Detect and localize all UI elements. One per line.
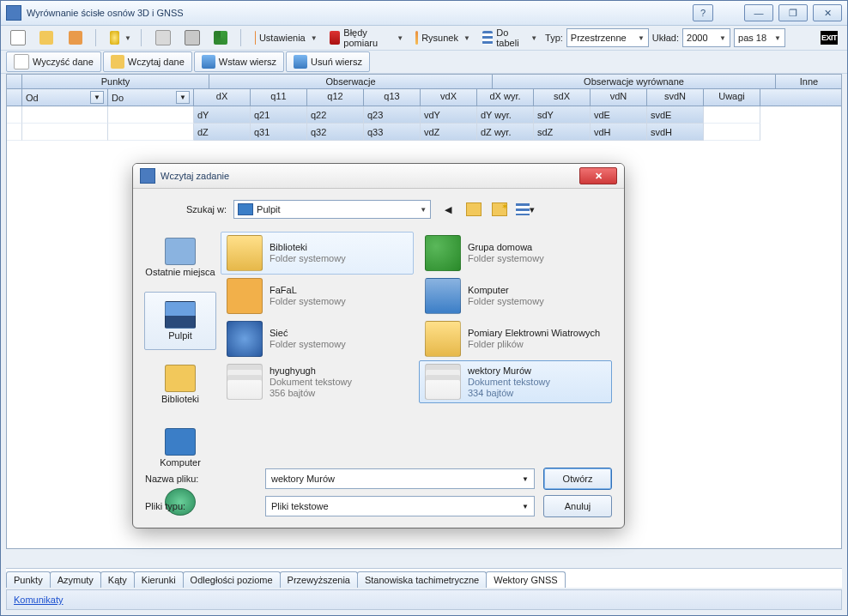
system-label: Układ: <box>652 33 679 43</box>
tab-3[interactable]: Kierunki <box>134 571 184 588</box>
cell <box>704 124 760 141</box>
save-icon[interactable] <box>64 28 90 47</box>
group-points: Punkty <box>22 75 209 88</box>
cell: dZ wyr. <box>477 124 534 141</box>
lightbulb-icon[interactable]: ▼ <box>106 28 136 47</box>
load-data-button[interactable]: Wczytaj dane <box>103 51 192 72</box>
open-icon[interactable] <box>35 28 61 47</box>
back-icon[interactable]: ◀ <box>438 199 458 220</box>
dialog-title-bar: Wczytaj zadanie ✕ <box>133 164 624 189</box>
settings-button[interactable]: Ustawienia▼ <box>251 28 322 47</box>
dialog-close-button[interactable]: ✕ <box>579 167 617 184</box>
cell[interactable] <box>108 124 194 141</box>
file-item[interactable]: KomputerFolder systemowy <box>419 275 612 317</box>
group-obs-adj: Obserwacje wyrównane <box>493 75 776 88</box>
filename-label: Nazwa pliku: <box>145 474 257 484</box>
place-0[interactable]: Ostatnie miejsca <box>144 228 216 287</box>
cell <box>704 106 760 124</box>
tab-2[interactable]: Kąty <box>100 571 135 588</box>
messages-link[interactable]: Komunikaty <box>14 595 63 605</box>
cell: svdH <box>647 124 704 141</box>
print-icon[interactable] <box>180 28 206 47</box>
type-select[interactable]: Przestrzenne▼ <box>566 28 649 47</box>
open-button[interactable]: Otwórz <box>543 468 612 490</box>
errors-button[interactable]: Błędy pomiaru▼ <box>325 28 409 47</box>
cell: sdY <box>534 106 591 124</box>
cancel-button[interactable]: Anuluj <box>543 495 612 517</box>
minimize-button[interactable]: — <box>744 4 773 21</box>
open-file-dialog: Wczytaj zadanie ✕ Szukaj w: Pulpit▼ ◀ ✶ … <box>132 163 625 528</box>
cell: vdH <box>591 124 647 141</box>
cell: q23 <box>364 106 421 124</box>
group-obs: Obserwacje <box>209 75 493 88</box>
tab-0[interactable]: Punkty <box>6 571 51 588</box>
column-od-dropdown[interactable]: Od▼ <box>22 89 108 106</box>
views-icon[interactable]: ▾ <box>515 199 536 220</box>
column-do-dropdown[interactable]: Do▼ <box>108 89 194 106</box>
cell[interactable] <box>7 106 22 124</box>
cell[interactable] <box>7 124 22 141</box>
filetype-select[interactable]: Pliki tekstowe▼ <box>265 496 535 516</box>
lookin-label: Szukaj w: <box>186 204 227 214</box>
copy-icon[interactable] <box>151 28 177 47</box>
restore-button[interactable]: ❐ <box>778 4 808 21</box>
to-table-button[interactable]: Do tabeli▼ <box>478 28 542 47</box>
cell: vdE <box>591 106 647 124</box>
main-toolbar: ▼ Ustawienia▼ Błędy pomiaru▼ Rysunek▼ Do… <box>1 26 847 51</box>
cell[interactable] <box>108 106 194 124</box>
new-folder-icon[interactable]: ✶ <box>489 199 510 220</box>
bottom-tabs: PunktyAzymutyKątyKierunkiOdległości pozi… <box>6 568 842 588</box>
file-item[interactable]: FaFaLFolder systemowy <box>221 275 414 317</box>
tab-1[interactable]: Azymuty <box>50 571 101 588</box>
cell[interactable] <box>22 124 108 141</box>
strip-select[interactable]: pas 18▼ <box>734 28 785 47</box>
tab-5[interactable]: Przewyższenia <box>280 571 358 588</box>
desktop-icon <box>238 203 253 215</box>
file-item[interactable]: wektory MurówDokument tekstowy334 bajtów <box>419 360 612 403</box>
cell: q33 <box>364 124 421 141</box>
dialog-title: Wczytaj zadanie <box>161 171 574 181</box>
refresh-icon[interactable] <box>209 28 235 47</box>
clear-data-button[interactable]: Wyczyść dane <box>6 51 101 72</box>
group-other: Inne <box>776 75 842 88</box>
file-item[interactable]: hyughyughDokument tekstowy356 bajtów <box>221 360 414 403</box>
title-bar: Wyrównanie ścisłe osnów 3D i GNSS ? — ❐ … <box>1 1 847 26</box>
new-icon[interactable] <box>6 28 32 47</box>
exit-button[interactable]: EXIT <box>816 28 842 47</box>
tab-7[interactable]: Wektory GNSS <box>486 571 565 588</box>
tab-4[interactable]: Odległości poziome <box>183 571 281 588</box>
system-select[interactable]: 2000▼ <box>682 28 730 47</box>
cell: svdE <box>647 106 704 124</box>
exit-icon: EXIT <box>821 31 838 45</box>
file-item[interactable]: Grupa domowaFolder systemowy <box>419 232 612 275</box>
command-row: Wyczyść dane Wczytaj dane Wstaw wiersz U… <box>1 51 847 74</box>
dialog-icon <box>140 168 155 184</box>
cell: q31 <box>251 124 307 141</box>
cell[interactable] <box>22 106 108 124</box>
app-icon <box>6 5 21 21</box>
filename-input[interactable]: wektory Murów▼ <box>265 468 535 489</box>
cell: q32 <box>307 124 364 141</box>
drawing-button[interactable]: Rysunek▼ <box>411 28 475 47</box>
file-item[interactable]: Pomiary Elektrowni WiatrowychFolder plik… <box>419 317 612 360</box>
up-icon[interactable] <box>463 199 484 220</box>
insert-row-button[interactable]: Wstaw wiersz <box>194 51 284 72</box>
tab-6[interactable]: Stanowiska tachimetryczne <box>357 571 487 588</box>
cell: dZ <box>194 124 251 141</box>
cell: sdZ <box>534 124 591 141</box>
file-item[interactable]: SiećFolder systemowy <box>221 317 414 360</box>
help-button[interactable]: ? <box>693 4 713 21</box>
place-2[interactable]: Biblioteki <box>144 355 216 414</box>
lookin-select[interactable]: Pulpit▼ <box>233 200 431 219</box>
delete-row-button[interactable]: Usuń wiersz <box>286 51 370 72</box>
cell: vdZ <box>421 124 477 141</box>
status-bar: Komunikaty <box>6 589 842 610</box>
cell: q21 <box>251 106 307 124</box>
file-item[interactable]: BibliotekiFolder systemowy <box>221 232 414 275</box>
type-label: Typ: <box>545 33 563 43</box>
place-1[interactable]: Pulpit <box>144 292 216 350</box>
filetype-label: Pliki typu: <box>145 501 257 511</box>
close-button[interactable]: ✕ <box>813 4 842 21</box>
cell: q22 <box>307 106 364 124</box>
cell: dY <box>194 106 251 124</box>
